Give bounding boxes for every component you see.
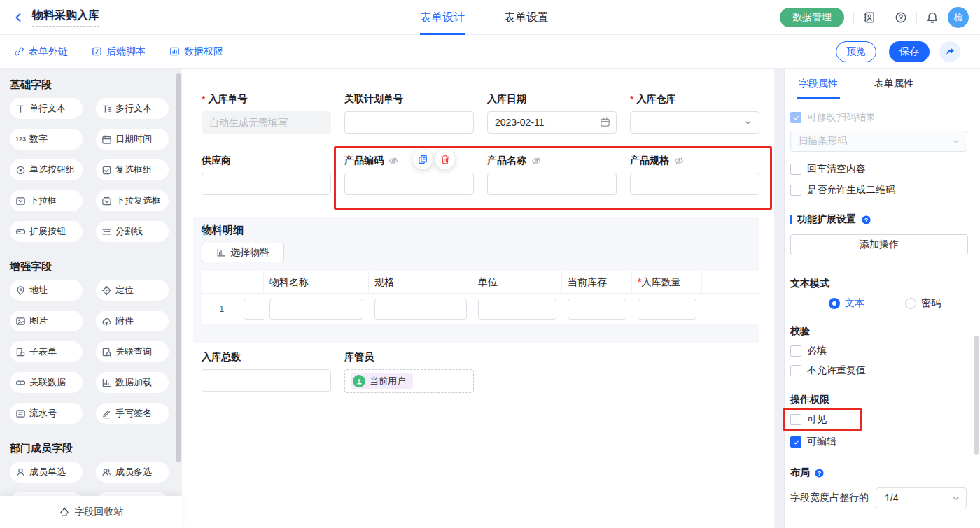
field-type-member-multi[interactable]: 成员多选 (96, 462, 169, 483)
inbound-date-input[interactable] (487, 111, 617, 134)
field-type-label: 分割线 (115, 225, 143, 238)
field-type-select[interactable]: 下拉框 (10, 190, 83, 211)
field-product-spec[interactable]: 产品规格 (630, 155, 760, 195)
property-panel: 字段属性 表单属性 可修改扫码结果 扫描条形码 回车清空内容 是否允许生成二维码… (784, 69, 980, 528)
inbound-qty-input[interactable] (638, 299, 696, 320)
field-plan-no[interactable]: 关联计划单号 (344, 93, 474, 134)
help-filled-icon[interactable] (861, 215, 872, 225)
tab-form-settings[interactable]: 表单设置 (504, 0, 549, 35)
editable-option[interactable]: 可编辑 (790, 436, 967, 448)
field-type-multi-text[interactable]: 多行文本 (96, 98, 169, 119)
preview-button[interactable]: 预览 (836, 41, 876, 62)
field-supplier[interactable]: 供应商 (202, 155, 331, 195)
field-type-address[interactable]: 地址 (10, 280, 83, 301)
tab-field-properties[interactable]: 字段属性 (799, 69, 838, 99)
field-type-data-load[interactable]: 数据加载 (96, 372, 169, 393)
sidebar-scrollbar[interactable] (176, 73, 181, 462)
no-duplicate-option[interactable]: 不允许重复值 (790, 364, 967, 377)
field-type-radio-group[interactable]: 单选按钮组 (10, 159, 83, 180)
field-type-relation-query[interactable]: 关联查询 (96, 341, 169, 362)
field-product-code[interactable]: 产品编码 (344, 155, 474, 195)
field-type-datetime[interactable]: 日期时间 (96, 129, 169, 150)
select-material-button[interactable]: 选择物料 (202, 243, 284, 262)
field-type-location[interactable]: 定位 (96, 280, 169, 301)
field-type-image[interactable]: 图片 (10, 311, 83, 331)
avatar[interactable]: 检 (948, 7, 969, 28)
allow-qrcode-option[interactable]: 是否允许生成二维码 (790, 184, 967, 197)
field-inbound-no[interactable]: *入库单号 (202, 93, 331, 134)
add-action-button[interactable]: 添加操作 (790, 234, 968, 255)
field-warehouse[interactable]: *入库仓库 (630, 93, 760, 134)
clear-on-enter-checkbox[interactable] (790, 164, 802, 175)
field-type-signature[interactable]: 手写签名 (96, 403, 169, 424)
field-inbound-total[interactable]: 入库总数 (202, 351, 331, 393)
product-name-input[interactable] (487, 173, 617, 195)
material-detail-subform[interactable]: 物料明细 选择物料 物料名称 规格 单位 当前库存 *入库数量 1 (193, 217, 760, 343)
share-button[interactable] (939, 41, 960, 62)
warehouse-select[interactable] (630, 111, 760, 134)
tab-form-properties[interactable]: 表单属性 (874, 69, 913, 99)
supplier-input[interactable] (202, 173, 331, 195)
field-type-attachment[interactable]: 附件 (96, 311, 169, 331)
cut-input[interactable] (244, 299, 264, 320)
radio-dot (905, 298, 916, 309)
delete-field-button[interactable] (435, 150, 455, 169)
field-inbound-date[interactable]: 入库日期 (487, 93, 617, 134)
radio-text[interactable]: 文本 (829, 297, 864, 310)
org-book-icon[interactable] (863, 11, 876, 24)
field-type-extend-button[interactable]: 扩展按钮 (10, 221, 83, 242)
data-permission-link[interactable]: 数据权限 (169, 45, 223, 58)
tab-form-design[interactable]: 表单设计 (420, 0, 465, 35)
visible-checkbox[interactable] (790, 414, 802, 425)
field-type-multi-select[interactable]: 下拉复选框 (96, 190, 169, 211)
required-option[interactable]: 必填 (790, 345, 967, 357)
allow-qrcode-checkbox[interactable] (790, 185, 802, 196)
calendar-icon (102, 134, 112, 145)
unit-input[interactable] (478, 299, 556, 320)
required-checkbox[interactable] (790, 345, 802, 357)
field-keeper[interactable]: 库管员 当前用户 (344, 351, 474, 393)
required-mark: * (630, 94, 634, 105)
no-duplicate-checkbox[interactable] (790, 365, 802, 376)
page-title[interactable]: 物料采购入库 (32, 8, 99, 27)
field-recycle-bin[interactable]: 字段回收站 (0, 496, 182, 528)
cell-inbound-qty (632, 294, 702, 324)
backend-script-link[interactable]: 后端脚本 (92, 45, 146, 58)
current-stock-input[interactable] (568, 299, 626, 320)
product-code-input[interactable] (344, 173, 474, 195)
clear-on-enter-option[interactable]: 回车清空内容 (790, 163, 967, 176)
field-label: 入库日期 (487, 93, 526, 106)
product-spec-input[interactable] (630, 173, 760, 195)
copy-field-button[interactable] (413, 150, 433, 169)
field-type-single-text[interactable]: 单行文本 (10, 98, 83, 119)
field-type-number[interactable]: 123数字 (10, 129, 83, 150)
spec-input[interactable] (374, 299, 467, 320)
panel-scrollbar[interactable] (974, 336, 979, 455)
field-type-checkbox-group[interactable]: 复选框组 (96, 159, 169, 180)
current-user-tag[interactable]: 当前用户 (351, 373, 413, 389)
field-label: 库管员 (344, 351, 374, 364)
field-type-member-single[interactable]: 成员单选 (10, 462, 83, 483)
field-type-serial-number[interactable]: 流水号 (10, 403, 83, 424)
field-type-relation-data[interactable]: 关联数据 (10, 372, 83, 393)
visible-option[interactable]: 可见 (790, 413, 967, 426)
form-external-link[interactable]: 表单外链 (14, 45, 68, 58)
bell-icon[interactable] (926, 11, 939, 24)
header-blank (241, 271, 264, 294)
editable-checkbox[interactable] (790, 436, 802, 448)
field-type-subform[interactable]: 子表单 (10, 341, 83, 362)
inbound-total-input[interactable] (202, 369, 331, 392)
field-type-divider[interactable]: 分割线 (96, 221, 169, 242)
plan-no-input[interactable] (344, 111, 474, 134)
field-product-name[interactable]: 产品名称 (487, 155, 617, 195)
material-name-input[interactable] (270, 299, 363, 320)
help-filled-icon[interactable] (814, 468, 825, 478)
save-button[interactable]: 保存 (889, 41, 930, 62)
back-button[interactable] (13, 12, 24, 23)
keeper-input[interactable]: 当前用户 (344, 369, 474, 393)
scan-editable-option[interactable]: 可修改扫码结果 (790, 111, 967, 124)
radio-password[interactable]: 密码 (905, 297, 941, 310)
help-icon[interactable] (895, 11, 907, 24)
data-manage-button[interactable]: 数据管理 (780, 8, 844, 27)
field-width-select[interactable]: 1/4 (876, 487, 967, 508)
